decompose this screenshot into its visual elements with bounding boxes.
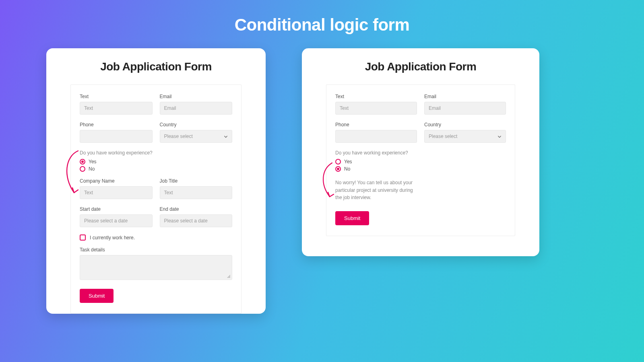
submit-button[interactable]: Submit	[80, 289, 114, 303]
email-input[interactable]: Email	[160, 102, 233, 115]
text-placeholder: Text	[340, 105, 349, 111]
text-label: Text	[80, 94, 153, 99]
radio-option-no[interactable]: No	[335, 166, 506, 172]
country-label: Country	[160, 122, 233, 128]
text-placeholder: Text	[84, 105, 93, 111]
page-title: Conditional logic form	[0, 0, 644, 35]
country-select[interactable]: Please select	[424, 130, 506, 143]
radio-label: No	[344, 166, 350, 172]
end-date-label: End date	[160, 206, 233, 212]
experience-question: Do you have working experience?	[335, 150, 506, 156]
email-label: Email	[424, 94, 506, 99]
country-placeholder: Please select	[164, 134, 193, 139]
job-title-placeholder: Text	[164, 190, 173, 195]
country-label: Country	[424, 122, 506, 128]
form-heading: Job Application Form	[326, 60, 515, 73]
radio-icon	[80, 159, 85, 165]
text-input[interactable]: Text	[335, 102, 417, 115]
email-placeholder: Email	[429, 105, 441, 111]
experience-question: Do you have working experience?	[80, 150, 232, 156]
submit-button[interactable]: Submit	[335, 211, 369, 225]
start-date-input[interactable]: Please select a date	[80, 214, 153, 227]
country-select[interactable]: Please select	[160, 130, 233, 143]
form-card-no-variant: Job Application Form Text Text Email Ema…	[302, 48, 539, 256]
start-date-placeholder: Please select a date	[84, 218, 128, 224]
radio-icon	[80, 166, 85, 172]
start-date-label: Start date	[80, 206, 153, 212]
task-details-label: Task details	[80, 247, 232, 253]
job-title-label: Job Title	[160, 178, 233, 184]
radio-option-yes[interactable]: Yes	[80, 159, 232, 165]
checkbox-icon	[80, 234, 86, 241]
job-title-input[interactable]: Text	[160, 186, 233, 199]
company-name-input[interactable]: Text	[80, 186, 153, 199]
no-experience-info-text: No worry! You can tell us about your par…	[335, 179, 420, 202]
chevron-down-icon	[497, 134, 502, 138]
inner-form: Text Text Email Email Phone Country Plea…	[70, 84, 242, 314]
form-heading: Job Application Form	[70, 60, 242, 73]
radio-label: No	[89, 166, 95, 172]
text-input[interactable]: Text	[80, 102, 153, 115]
radio-label: Yes	[344, 159, 352, 165]
email-input[interactable]: Email	[424, 102, 506, 115]
radio-icon	[335, 166, 341, 172]
phone-input[interactable]	[80, 130, 153, 143]
phone-label: Phone	[80, 122, 153, 128]
phone-label: Phone	[335, 122, 417, 128]
email-placeholder: Email	[164, 105, 176, 111]
task-details-textarea[interactable]	[80, 255, 232, 280]
email-label: Email	[160, 94, 233, 99]
company-name-placeholder: Text	[84, 190, 93, 195]
text-label: Text	[335, 94, 417, 99]
form-card-yes-variant: Job Application Form Text Text Email Ema…	[46, 48, 266, 314]
country-placeholder: Please select	[429, 134, 457, 139]
end-date-input[interactable]: Please select a date	[160, 214, 233, 227]
radio-option-yes[interactable]: Yes	[335, 159, 506, 165]
company-name-label: Company Name	[80, 178, 153, 184]
inner-form: Text Text Email Email Phone Country Plea…	[326, 84, 515, 236]
phone-input[interactable]	[335, 130, 417, 143]
radio-label: Yes	[89, 159, 97, 165]
checkbox-label: I currently work here.	[90, 235, 135, 241]
end-date-placeholder: Please select a date	[164, 218, 208, 224]
chevron-down-icon	[224, 134, 228, 138]
radio-option-no[interactable]: No	[80, 166, 232, 172]
radio-icon	[335, 159, 341, 165]
currently-work-checkbox[interactable]: I currently work here.	[80, 234, 232, 241]
